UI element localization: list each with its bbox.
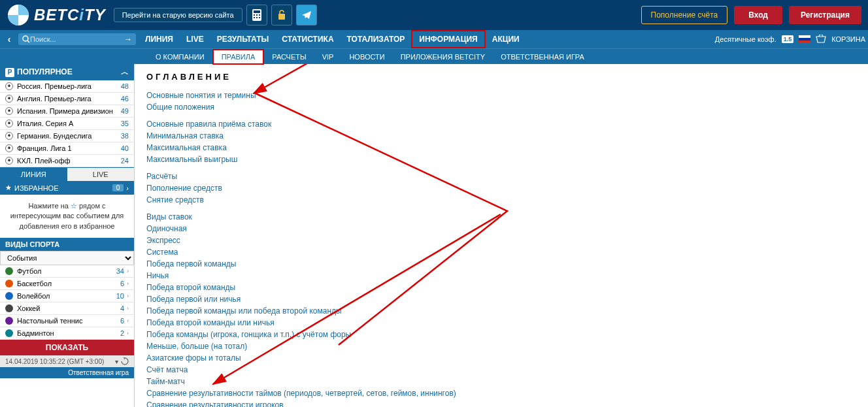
toc-link[interactable]: Победа второй команды: [146, 282, 856, 293]
toc-link[interactable]: Сравнение результативности таймов (перио…: [146, 387, 856, 399]
search-wrap: →: [18, 33, 136, 45]
sport-icon: [5, 317, 13, 325]
svg-point-10: [23, 36, 28, 41]
nav-back-button[interactable]: ‹: [3, 34, 16, 44]
toc-link[interactable]: Счёт матча: [146, 364, 856, 376]
toc-link[interactable]: Ничья: [146, 270, 856, 282]
toc-link[interactable]: Виды ставок: [146, 211, 856, 223]
nav-item-live[interactable]: LIVE: [180, 30, 210, 48]
basket-label[interactable]: КОРЗИНА: [831, 35, 865, 43]
logo[interactable]: BETCiTY: [7, 3, 106, 27]
search-input[interactable]: [30, 35, 124, 43]
events-select[interactable]: События: [0, 251, 134, 265]
toc-link[interactable]: Победа команды (игрока, гонщика и т.п.) …: [146, 329, 856, 340]
svg-line-11: [27, 41, 29, 42]
login-button[interactable]: Вход: [734, 6, 782, 24]
telegram-icon-button[interactable]: [296, 5, 317, 25]
toc-link[interactable]: Азиатские форы и тоталы: [146, 352, 856, 364]
svg-rect-3: [254, 14, 255, 16]
nav-item-информация[interactable]: ИНФОРМАЦИЯ: [411, 30, 485, 48]
subnav-item-4[interactable]: НОВОСТИ: [341, 49, 392, 65]
toc-link[interactable]: Меньше, больше (на тотал): [146, 340, 856, 352]
telegram-icon: [301, 10, 312, 20]
toc-link[interactable]: Максимальная ставка: [146, 142, 856, 154]
sport-count: 6: [120, 317, 124, 325]
popular-item[interactable]: Англия. Премьер-лига46: [0, 93, 134, 105]
datetime-row[interactable]: 14.04.2019 10:35:22 (GMT +3:00) ▾: [0, 355, 134, 367]
flag-ru-icon[interactable]: [799, 35, 810, 43]
toc-link[interactable]: Одиночная: [146, 223, 856, 235]
popular-item[interactable]: Франция. Лига 140: [0, 142, 134, 155]
calculator-icon-button[interactable]: [246, 5, 267, 25]
sport-icon: [5, 292, 13, 300]
subnav-item-0[interactable]: О КОМПАНИИ: [148, 49, 212, 65]
nav-item-акции[interactable]: АКЦИИ: [486, 30, 526, 48]
old-version-button[interactable]: Перейти на старую версию сайта: [114, 8, 242, 22]
balance-button[interactable]: Пополнение счёта: [641, 6, 728, 24]
popular-header[interactable]: PПОПУЛЯРНОЕ ︿: [0, 64, 134, 80]
show-button[interactable]: ПОКАЗАТЬ: [0, 340, 134, 355]
sport-row[interactable]: Футбол34›: [0, 265, 134, 278]
tab-line[interactable]: ЛИНИЯ: [0, 168, 67, 181]
toc-link[interactable]: Пополнение средств: [146, 182, 856, 194]
subnav-item-2[interactable]: РАСЧЕТЫ: [264, 49, 314, 65]
football-icon: [5, 120, 13, 127]
popular-item[interactable]: Испания. Примера дивизион49: [0, 105, 134, 118]
popular-item[interactable]: Россия. Премьер-лига48: [0, 80, 134, 93]
popular-p-icon: P: [5, 68, 14, 77]
toc-link[interactable]: Победа первой команды: [146, 258, 856, 270]
sport-row[interactable]: Баскетбол6›: [0, 278, 134, 290]
favorites-header[interactable]: ★ ИЗБРАННОЕ 0 ›: [0, 181, 134, 195]
toc-link[interactable]: Основные понятия и термины: [146, 90, 856, 101]
search-icon: [22, 35, 30, 43]
nav-item-тотализатор[interactable]: ТОТАЛИЗАТОР: [341, 30, 412, 48]
chevron-down-icon[interactable]: ▾: [115, 358, 118, 365]
toc-link[interactable]: Победа первой или ничья: [146, 293, 856, 305]
popular-item-label: Англия. Премьер-лига: [17, 95, 92, 103]
svg-rect-13: [799, 38, 810, 41]
lock-icon-button[interactable]: [271, 5, 292, 25]
toc-link[interactable]: Сравнение результативности игроков: [146, 399, 856, 407]
toc-link[interactable]: Система: [146, 246, 856, 258]
sport-row[interactable]: Настольный теннис6›: [0, 315, 134, 327]
datetime-text: 14.04.2019 10:35:22 (GMT +3:00): [5, 358, 104, 365]
toc-link[interactable]: Расчёты: [146, 171, 856, 182]
toc-link[interactable]: Снятие средств: [146, 194, 856, 206]
popular-title: ПОПУЛЯРНОЕ: [17, 67, 73, 76]
chevron-right-icon: ›: [127, 280, 129, 287]
tab-live[interactable]: LIVE: [67, 168, 135, 181]
subnav-item-3[interactable]: VIP: [314, 49, 342, 65]
coef-format-label[interactable]: Десятичные коэф.: [715, 35, 776, 43]
sport-row[interactable]: Хоккей4›: [0, 302, 134, 315]
nav-item-статистика[interactable]: СТАТИСТИКА: [275, 30, 340, 48]
toc-link[interactable]: Максимальный выигрыш: [146, 154, 856, 165]
refresh-icon[interactable]: [121, 357, 129, 365]
toc-link[interactable]: Общие положения: [146, 101, 856, 113]
toc-link[interactable]: Основные правила приёма ставок: [146, 118, 856, 130]
search-go-icon[interactable]: →: [124, 35, 132, 44]
sport-label: Бадминтон: [17, 329, 54, 337]
subnav-item-1[interactable]: ПРАВИЛА: [212, 49, 265, 65]
sport-row[interactable]: Бадминтон2›: [0, 327, 134, 340]
subnav-item-6[interactable]: ОТВЕТСТВЕННАЯ ИГРА: [493, 49, 592, 65]
responsible-gaming-link[interactable]: Ответственная игра: [0, 367, 134, 378]
popular-item[interactable]: Германия. Бундеслига38: [0, 130, 134, 142]
toc-link[interactable]: Экспресс: [146, 235, 856, 246]
toc-link[interactable]: Тайм-матч: [146, 376, 856, 387]
register-button[interactable]: Регистрация: [789, 6, 861, 24]
svg-rect-5: [259, 14, 260, 16]
toc-link[interactable]: Минимальная ставка: [146, 130, 856, 142]
nav-item-результаты[interactable]: РЕЗУЛЬТАТЫ: [210, 30, 276, 48]
toc-link[interactable]: Победа первой команды или победа второй …: [146, 305, 856, 317]
collapse-icon[interactable]: ︿: [121, 67, 129, 78]
nav-item-линия[interactable]: ЛИНИЯ: [139, 30, 180, 48]
toc-link[interactable]: Победа второй команды или ничья: [146, 317, 856, 329]
subnav-item-5[interactable]: ПРИЛОЖЕНИЯ BETCITY: [393, 49, 493, 65]
popular-item-count: 49: [121, 107, 129, 115]
chevron-right-icon: ›: [127, 293, 129, 299]
calculator-icon: [252, 9, 261, 21]
popular-item[interactable]: Италия. Серия А35: [0, 118, 134, 130]
popular-item[interactable]: КХЛ. Плей-офф24: [0, 155, 134, 167]
basket-icon[interactable]: [816, 35, 826, 44]
sport-row[interactable]: Волейбол10›: [0, 290, 134, 302]
